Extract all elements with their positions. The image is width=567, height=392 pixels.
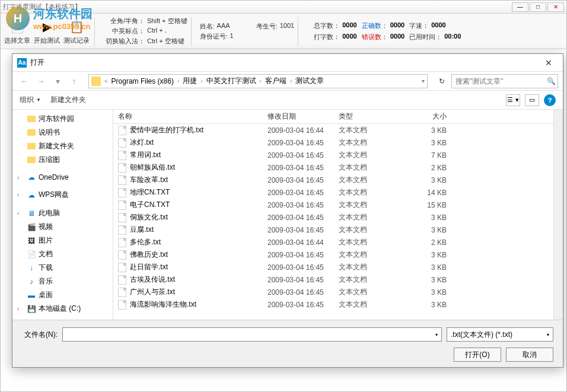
minimize-button[interactable]: —: [512, 2, 528, 12]
file-icon: [118, 213, 126, 222]
search-box[interactable]: 🔍: [451, 74, 558, 88]
tree-item[interactable]: ♪音乐: [12, 275, 113, 288]
breadcrumb-item[interactable]: 中英文打字测试: [204, 76, 259, 86]
file-row[interactable]: 古埃及传说.txt 2009-03-04 16:45 文本文档 3 KB: [113, 273, 553, 286]
filter-select[interactable]: .txt(文本文件) (*.txt) ▾: [447, 327, 553, 342]
breadcrumb-item[interactable]: 客户端: [263, 76, 289, 86]
file-row[interactable]: 常用词.txt 2009-03-04 16:45 文本文档 7 KB: [113, 149, 553, 161]
breadcrumb-dropdown[interactable]: ▾: [422, 78, 425, 84]
dialog-nav: ← → ▾ ↑ « Program Files (x86)› 用捷› 中英文打字…: [12, 72, 563, 91]
open-button[interactable]: 打开(O): [454, 348, 501, 362]
tree-item[interactable]: 新建文件夹: [12, 139, 113, 153]
nav-up-button[interactable]: ↑: [67, 74, 81, 88]
dialog-close-button[interactable]: ✕: [539, 56, 558, 69]
nav-forward-button[interactable]: →: [34, 74, 48, 88]
file-row[interactable]: 佛教历史.txt 2009-03-04 16:45 文本文档 3 KB: [113, 248, 553, 261]
dialog-titlebar: Aa 打开 ✕: [12, 54, 563, 72]
view-preview-button[interactable]: ▭: [525, 94, 539, 106]
search-input[interactable]: [455, 77, 544, 85]
tree-item[interactable]: ▬桌面: [12, 288, 113, 302]
tree-item[interactable]: 河东软件园: [12, 112, 113, 126]
sidebar: 河东软件园说明书新建文件夹压缩图›☁OneDrive›☁WPS网盘›🖥此电脑🎬视…: [12, 110, 113, 320]
filename-input[interactable]: ▾: [62, 327, 442, 342]
folder-icon: [91, 77, 101, 86]
tree-item[interactable]: 说明书: [12, 126, 113, 139]
filename-field[interactable]: [66, 330, 435, 339]
file-icon: [118, 250, 126, 260]
file-icon: [118, 200, 126, 210]
refresh-button[interactable]: ↻: [435, 74, 449, 88]
cancel-button[interactable]: 取消: [506, 348, 553, 362]
file-area: 名称 修改日期 类型 大小 爱情中诞生的打字机.txt 2009-03-04 1…: [113, 110, 553, 320]
file-row[interactable]: 电子CN.TXT 2009-03-04 16:45 文本文档 15 KB: [113, 199, 553, 211]
file-icon: [118, 188, 126, 197]
file-row[interactable]: 广州人与茶.txt 2009-03-04 16:45 文本文档 3 KB: [113, 286, 553, 298]
stats-panel: 总字数：0000 正确数：0000 字速：0000 打字数：0000 错误数：0…: [314, 21, 461, 42]
tree-item[interactable]: ›🖥此电脑: [12, 206, 113, 220]
file-row[interactable]: 赴日留学.txt 2009-03-04 16:45 文本文档 3 KB: [113, 261, 553, 273]
open-file-dialog: Aa 打开 ✕ ← → ▾ ↑ « Program Files (x86)› 用…: [12, 53, 563, 368]
file-icon: [118, 238, 126, 247]
dialog-toolbar: 组织 ▼ 新建文件夹 ☰ ▾ ▭ ?: [12, 91, 563, 110]
file-row[interactable]: 地理CN.TXT 2009-03-04 16:45 文本文档 14 KB: [113, 186, 553, 199]
divider: [191, 17, 192, 46]
file-icon: [118, 126, 126, 135]
search-icon: 🔍: [547, 77, 556, 85]
divider: [94, 17, 95, 46]
tree-item[interactable]: 📄文档: [12, 247, 113, 261]
file-header: 名称 修改日期 类型 大小: [113, 110, 553, 124]
tree-item[interactable]: 🎬视频: [12, 220, 113, 234]
watermark: H 河东软件园 www.pc0359.cn: [6, 6, 93, 31]
file-row[interactable]: 冰灯.txt 2009-03-04 16:45 文本文档 3 KB: [113, 136, 553, 149]
file-icon: [118, 151, 126, 160]
organize-button[interactable]: 组织 ▼: [20, 95, 41, 105]
chevron-down-icon[interactable]: ▾: [435, 332, 438, 337]
divider: [298, 17, 298, 46]
tree-item[interactable]: ›☁OneDrive: [12, 171, 113, 183]
file-icon: [118, 225, 126, 235]
newfolder-button[interactable]: 新建文件夹: [50, 95, 86, 105]
filename-label: 文件名(N):: [22, 330, 58, 340]
header-type[interactable]: 类型: [339, 111, 404, 122]
tree-item[interactable]: ↓下载: [12, 261, 113, 275]
nav-back-button[interactable]: ←: [17, 74, 31, 88]
tree-item[interactable]: ›💾本地磁盘 (C:): [12, 302, 113, 315]
file-row[interactable]: 豆腐.txt 2009-03-04 16:45 文本文档 3 KB: [113, 224, 553, 236]
shortcut-info: 全角/半角：Shift + 空格键 中英标点：Ctrl + . 切换输入法：Ct…: [103, 17, 187, 46]
dialog-title-text: 打开: [30, 58, 44, 68]
breadcrumb-item[interactable]: 用捷: [180, 76, 199, 86]
file-icon: [118, 263, 126, 272]
help-button[interactable]: ?: [544, 94, 556, 106]
file-row[interactable]: 海流影响海洋生物.txt 2009-03-04 16:45 文本文档 3 KB: [113, 298, 553, 311]
file-icon: [118, 288, 126, 297]
dialog-footer: 文件名(N): ▾ .txt(文本文件) (*.txt) ▾ 打开(O) 取消: [12, 320, 563, 367]
tree-item[interactable]: 压缩图: [12, 153, 113, 167]
file-list: 爱情中诞生的打字机.txt 2009-03-04 16:44 文本文档 3 KB…: [113, 124, 553, 320]
header-size[interactable]: 大小: [404, 111, 451, 122]
file-icon: [118, 176, 126, 185]
file-row[interactable]: 车险改革.txt 2009-03-04 16:45 文本文档 3 KB: [113, 174, 553, 186]
header-date[interactable]: 修改日期: [267, 111, 339, 122]
maximize-button[interactable]: □: [530, 2, 546, 12]
tree-item[interactable]: 🖼图片: [12, 234, 113, 247]
file-row[interactable]: 朝鲜族风俗.txt 2009-03-04 16:45 文本文档 2 KB: [113, 161, 553, 174]
breadcrumb-item[interactable]: Program Files (x86): [109, 77, 176, 85]
window-controls: — □ ✕: [512, 2, 564, 12]
scrollbar-vertical[interactable]: [553, 110, 563, 320]
file-icon: [118, 138, 126, 148]
user-info: 姓名:AAA考生号:1001 身份证号:1: [200, 22, 295, 41]
tree-item[interactable]: ›☁WPS网盘: [12, 188, 113, 202]
file-row[interactable]: 侗族文化.txt 2009-03-04 16:45 文本文档 3 KB: [113, 211, 553, 224]
nav-dropdown-button[interactable]: ▾: [50, 74, 65, 88]
breadcrumb[interactable]: « Program Files (x86)› 用捷› 中英文打字测试› 客户端›…: [88, 74, 428, 88]
breadcrumb-item[interactable]: 测试文章: [293, 76, 326, 86]
header-name[interactable]: 名称: [113, 111, 267, 122]
logo-icon: H: [6, 7, 30, 30]
file-icon: [118, 275, 126, 285]
view-list-button[interactable]: ☰ ▾: [506, 94, 520, 106]
close-button[interactable]: ✕: [547, 2, 564, 12]
file-icon: [118, 163, 126, 173]
file-row[interactable]: 爱情中诞生的打字机.txt 2009-03-04 16:44 文本文档 3 KB: [113, 124, 553, 136]
file-row[interactable]: 多伦多.txt 2009-03-04 16:44 文本文档 2 KB: [113, 236, 553, 248]
file-icon: [118, 300, 126, 310]
